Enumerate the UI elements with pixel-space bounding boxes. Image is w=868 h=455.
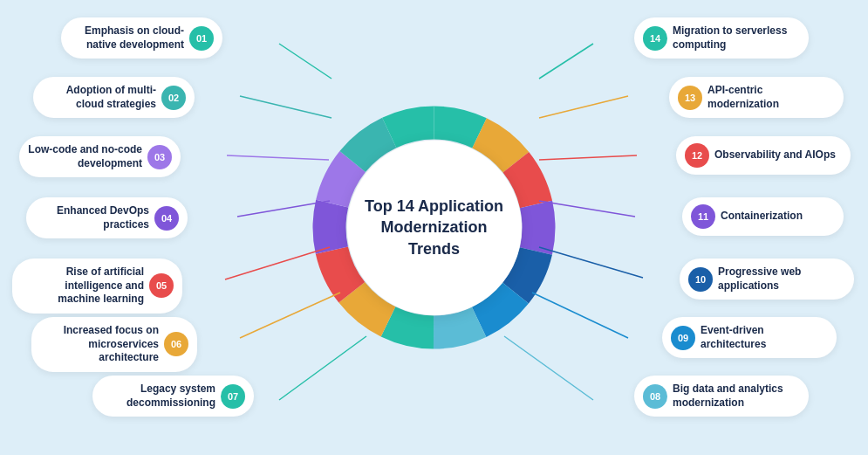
item-02-number: 02 [161,86,186,110]
item-12-label: Observability and AIOps [714,148,836,162]
item-11: 11 Containerization [682,197,844,236]
item-08-number: 08 [643,384,667,409]
svg-line-27 [532,293,628,338]
item-10: 10 Progressive web applications [680,259,854,300]
diagram-container: Top 14 Application Modernization Trends … [0,0,868,455]
svg-line-26 [539,247,643,278]
item-02: 02 Adoption of multi-cloud strategies [33,77,195,118]
item-04-label: Enhanced DevOps practices [35,204,149,231]
item-13-label: API-centric modernization [707,84,835,111]
svg-line-21 [279,336,366,400]
item-01-number: 01 [189,26,214,51]
svg-line-19 [225,247,330,279]
svg-line-16 [240,96,331,118]
svg-line-15 [279,44,331,79]
item-10-label: Progressive web applications [718,265,845,293]
svg-line-24 [539,155,637,160]
item-02-label: Adoption of multi-cloud strategies [42,84,156,111]
item-06-number: 06 [164,332,188,356]
item-07-label: Legacy system decommissioning [101,383,215,410]
item-14-number: 14 [643,26,667,51]
svg-line-20 [240,293,340,338]
item-03-number: 03 [147,145,172,169]
item-09-number: 09 [671,326,695,350]
center-circle: Top 14 Application Modernization Trends [347,141,522,315]
item-12: 12 Observability and AIOps [676,136,851,175]
svg-line-22 [539,44,593,79]
item-08-label: Big data and analytics modernization [673,383,800,410]
item-09: 09 Event-driven architectures [662,317,837,358]
item-01: 01 Emphasis on cloud-native development [61,17,222,59]
item-13: 13 API-centric modernization [669,77,844,118]
item-03-label: Low-code and no-code development [28,143,142,170]
item-10-number: 10 [688,267,713,292]
center-title: Top 14 Application Modernization Trends [347,187,522,268]
item-06-label: Increased focus on microservices archite… [40,324,159,365]
item-04-number: 04 [154,206,179,231]
item-05-label: Rise of artificial intelligence and mach… [21,265,144,307]
svg-line-17 [227,155,329,160]
item-14-label: Migration to serverless computing [673,24,800,52]
item-09-label: Event-driven architectures [701,324,828,351]
svg-line-28 [504,336,593,400]
item-03: 03 Low-code and no-code development [19,136,181,177]
item-11-label: Containerization [721,210,803,224]
item-04: 04 Enhanced DevOps practices [26,197,188,238]
item-12-number: 12 [685,143,709,168]
item-14: 14 Migration to serverless computing [634,17,809,59]
item-01-label: Emphasis on cloud-native development [70,24,184,52]
svg-line-23 [539,96,628,118]
item-05: 05 Rise of artificial intelligence and m… [12,259,182,314]
item-08: 08 Big data and analytics modernization [634,376,809,417]
item-07: 07 Legacy system decommissioning [92,376,254,417]
item-06: 06 Increased focus on microservices arch… [31,317,197,372]
item-11-number: 11 [691,204,715,229]
item-13-number: 13 [678,86,702,110]
item-07-number: 07 [221,384,245,409]
item-05-number: 05 [149,273,174,298]
